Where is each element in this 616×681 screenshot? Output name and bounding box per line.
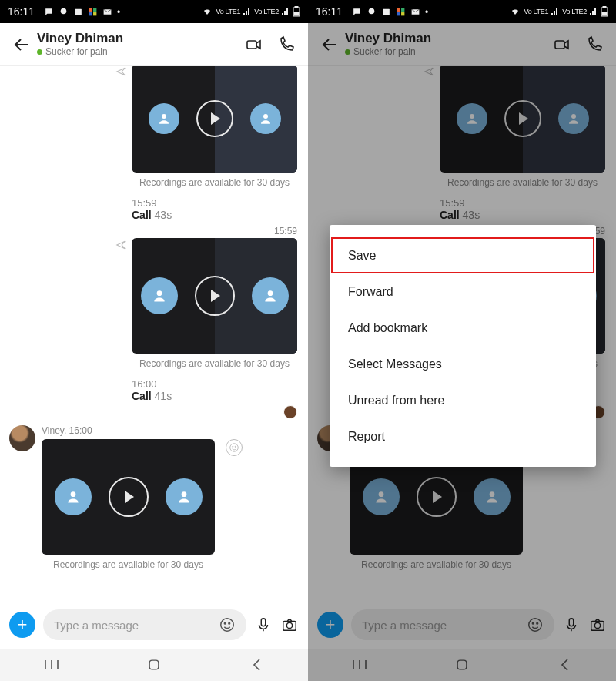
chat-title: Viney Dhiman	[37, 32, 123, 46]
add-button[interactable]: +	[317, 612, 343, 638]
recording-caption: Recordings are available for 30 days	[350, 559, 523, 570]
net2-label: Vo LTE2	[254, 8, 279, 15]
android-navbar	[308, 649, 616, 681]
signal-icon	[551, 8, 559, 15]
call-duration: 41s	[155, 390, 172, 402]
voice-call-button[interactable]	[585, 35, 604, 54]
signal2-icon	[590, 8, 598, 15]
wifi-icon	[202, 7, 213, 16]
message-input[interactable]: Type a message	[351, 609, 554, 640]
svg-rect-29	[149, 660, 159, 669]
call-entry[interactable]: 15:59 Call 43s	[132, 197, 297, 221]
message-input[interactable]: Type a message	[43, 609, 246, 640]
svg-point-51	[532, 622, 534, 624]
back-button[interactable]	[8, 35, 35, 54]
message-placeholder: Type a message	[362, 619, 447, 632]
recording-card[interactable]	[440, 66, 605, 173]
nav-home-button[interactable]	[447, 657, 477, 673]
svg-rect-35	[401, 12, 404, 15]
alien-icon	[367, 7, 377, 17]
svg-point-15	[70, 491, 75, 497]
emoji-icon[interactable]	[527, 616, 544, 633]
ctx-item-report[interactable]: Report	[330, 418, 596, 455]
dot-icon: •	[117, 7, 127, 17]
svg-point-16	[181, 491, 186, 497]
emoji-icon[interactable]	[219, 616, 236, 633]
react-button[interactable]	[226, 439, 243, 456]
nav-recents-button[interactable]	[344, 659, 375, 671]
statusbar-time: 16:11	[8, 5, 35, 18]
nav-home-button[interactable]	[139, 657, 169, 673]
chat-status-text: Sucker for pain	[45, 46, 108, 57]
ctx-item-select-messages[interactable]: Select Messages	[330, 346, 596, 382]
camera-button[interactable]	[280, 616, 299, 634]
svg-point-22	[229, 622, 230, 624]
svg-rect-38	[603, 6, 606, 8]
nav-back-button[interactable]	[549, 658, 580, 672]
chat-title: Viney Dhiman	[345, 32, 431, 46]
call-time: 16:00	[132, 378, 286, 390]
play-button[interactable]	[504, 100, 541, 137]
voice-call-button[interactable]	[277, 35, 296, 54]
chat-icon	[352, 7, 362, 17]
ctx-item-add-bookmark[interactable]: Add bookmark	[330, 310, 596, 346]
play-button[interactable]	[195, 276, 235, 316]
ctx-item-unread-from-here[interactable]: Unread from here	[330, 382, 596, 418]
participant-avatar-icon	[149, 103, 179, 134]
svg-rect-33	[401, 8, 404, 11]
recording-card[interactable]	[132, 66, 297, 173]
ctx-item-save[interactable]: Save	[331, 237, 594, 273]
presence-dot-icon	[345, 49, 350, 55]
camera-button[interactable]	[588, 616, 607, 634]
chat-header: Viney Dhiman Sucker for pain	[0, 23, 308, 66]
mail-icon	[102, 7, 112, 17]
android-statusbar: 16:11 • Vo LTE1 Vo LTE2	[308, 0, 616, 23]
mic-button[interactable]	[254, 616, 273, 634]
video-call-button[interactable]	[245, 35, 263, 54]
dot-icon: •	[425, 7, 435, 17]
participant-avatar-icon	[252, 277, 289, 314]
ctx-item-forward[interactable]: Forward	[330, 273, 596, 310]
chat-content[interactable]: Recordings are available for 30 days 15:…	[0, 66, 308, 601]
svg-rect-32	[397, 8, 400, 11]
mic-button[interactable]	[562, 616, 581, 634]
play-icon	[211, 112, 220, 125]
svg-point-11	[162, 114, 166, 119]
signal-icon	[243, 8, 251, 15]
sent-arrow-icon	[423, 66, 435, 77]
play-icon	[211, 290, 220, 302]
call-entry[interactable]: 16:00 Call 41s	[132, 378, 297, 402]
play-button[interactable]	[109, 477, 149, 517]
battery-icon	[601, 6, 608, 17]
video-call-button[interactable]	[553, 35, 571, 54]
call-label: Call	[132, 209, 152, 221]
call-entry[interactable]: 15:59 Call 43s	[440, 197, 605, 221]
nav-recents-button[interactable]	[36, 659, 67, 671]
svg-point-12	[263, 114, 268, 119]
recording-card[interactable]	[42, 439, 215, 555]
play-icon	[519, 112, 528, 125]
play-button[interactable]	[417, 477, 457, 517]
calendar-icon	[381, 7, 391, 17]
call-time: 15:59	[440, 197, 594, 209]
sender-avatar[interactable]	[9, 425, 35, 451]
play-button[interactable]	[196, 100, 233, 137]
svg-point-13	[156, 290, 162, 296]
android-statusbar: 16:11 • Vo LTE1 Vo LTE2	[0, 0, 308, 23]
svg-point-25	[286, 622, 292, 628]
back-button[interactable]	[316, 35, 343, 54]
grid-icon	[396, 7, 406, 17]
svg-rect-53	[569, 619, 574, 626]
recording-card[interactable]	[132, 238, 297, 354]
play-icon	[433, 491, 442, 503]
incoming-message[interactable]: Viney, 16:00 Recordings are available fo…	[0, 425, 308, 570]
play-icon	[125, 491, 134, 503]
call-duration: 43s	[463, 209, 480, 221]
svg-rect-59	[457, 660, 467, 669]
svg-point-50	[529, 619, 542, 632]
wifi-icon	[510, 7, 521, 16]
svg-rect-2	[89, 8, 92, 11]
add-button[interactable]: +	[9, 612, 35, 638]
participant-avatar-icon	[558, 103, 589, 134]
nav-back-button[interactable]	[241, 658, 272, 672]
